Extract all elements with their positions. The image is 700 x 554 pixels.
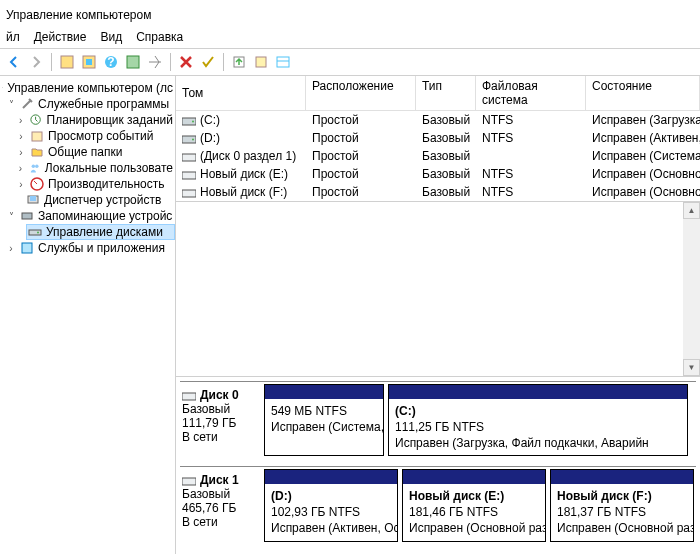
partition-bar	[551, 470, 693, 484]
collapse-icon[interactable]: ˅	[6, 99, 16, 110]
table-row[interactable]: Новый диск (F:)ПростойБазовыйNTFSИсправе…	[176, 183, 700, 201]
volume-layout: Простой	[306, 148, 416, 164]
tree-label: Общие папки	[48, 145, 122, 159]
partition-status: Исправен (Активен, Осн	[271, 520, 391, 536]
toolbar-btn-up[interactable]	[229, 52, 249, 72]
perf-icon	[30, 177, 44, 191]
table-row[interactable]: (Диск 0 раздел 1)ПростойБазовыйИсправен …	[176, 147, 700, 165]
scroll-down-icon[interactable]: ▼	[683, 359, 700, 376]
expand-icon[interactable]: ›	[16, 147, 26, 158]
partition-size: 181,46 ГБ NTFS	[409, 504, 539, 520]
tree-performance[interactable]: ›Производительность	[0, 176, 175, 192]
partition-size: 549 МБ NTFS	[271, 403, 377, 419]
svg-rect-27	[182, 154, 196, 161]
back-button[interactable]	[4, 52, 24, 72]
partition[interactable]: Новый диск (E:)181,46 ГБ NTFSИсправен (О…	[402, 469, 546, 542]
nav-tree: Управление компьютером (лс ˅Служебные пр…	[0, 76, 176, 554]
scrollbar[interactable]: ▲ ▼	[683, 202, 700, 376]
menu-file[interactable]: йл	[6, 30, 20, 44]
tree-system-tools[interactable]: ˅Служебные программы	[0, 96, 175, 112]
disk-name: Диск 0	[200, 388, 239, 402]
tree-local-users[interactable]: ›Локальные пользовате	[0, 160, 175, 176]
partition-status: Исправен (Загрузка, Файл подкачки, Авари…	[395, 435, 681, 451]
disk-mgmt-icon	[28, 225, 42, 239]
col-fs[interactable]: Файловая система	[476, 76, 586, 110]
disk-icon	[182, 390, 196, 400]
disk-label[interactable]: Диск 0Базовый111,79 ГБВ сети	[180, 384, 258, 457]
storage-icon	[20, 209, 34, 223]
scroll-up-icon[interactable]: ▲	[683, 202, 700, 219]
volume-name: (D:)	[200, 131, 220, 145]
table-row[interactable]: (C:)ПростойБазовыйNTFSИсправен (Загрузка…	[176, 111, 700, 129]
partition-status: Исправен (Система, Ак	[271, 419, 377, 435]
check-button[interactable]	[198, 52, 218, 72]
partition-title: Новый диск (F:)	[557, 488, 687, 504]
svg-rect-8	[277, 57, 289, 67]
expand-icon[interactable]: ›	[16, 115, 25, 126]
expand-icon[interactable]: ›	[16, 179, 26, 190]
toolbar-btn-1[interactable]	[57, 52, 77, 72]
col-type[interactable]: Тип	[416, 76, 476, 110]
tree-shared-folders[interactable]: ›Общие папки	[0, 144, 175, 160]
toolbar-btn-list[interactable]	[273, 52, 293, 72]
col-state[interactable]: Состояние	[586, 76, 700, 110]
tree-root[interactable]: Управление компьютером (лс	[0, 80, 175, 96]
tree-event-viewer[interactable]: ›Просмотр событий	[0, 128, 175, 144]
partition[interactable]: Новый диск (F:)181,37 ГБ NTFSИсправен (О…	[550, 469, 694, 542]
delete-button[interactable]	[176, 52, 196, 72]
forward-button[interactable]	[26, 52, 46, 72]
volume-fs: NTFS	[476, 184, 586, 200]
partition[interactable]: (D:)102,93 ГБ NTFSИсправен (Активен, Осн	[264, 469, 398, 542]
clock-icon	[29, 113, 42, 127]
expand-icon[interactable]: ›	[6, 243, 16, 254]
event-icon	[30, 129, 44, 143]
tools-icon	[20, 97, 34, 111]
table-row[interactable]: (D:)ПростойБазовыйNTFSИсправен (Активен,…	[176, 129, 700, 147]
tree-label: Локальные пользовате	[45, 161, 173, 175]
disk-graphical-view: Диск 0Базовый111,79 ГБВ сети549 МБ NTFSИ…	[176, 377, 700, 555]
partition-size: 111,25 ГБ NTFS	[395, 419, 681, 435]
expand-icon[interactable]: ›	[16, 163, 25, 174]
partition[interactable]: (C:)111,25 ГБ NTFSИсправен (Загрузка, Фа…	[388, 384, 688, 457]
partition[interactable]: 549 МБ NTFSИсправен (Система, Ак	[264, 384, 384, 457]
disk-partitions: 549 МБ NTFSИсправен (Система, Ак(C:)111,…	[264, 384, 696, 457]
tree-label: Служебные программы	[38, 97, 169, 111]
tree-services[interactable]: ›Службы и приложения	[0, 240, 175, 256]
disk-label[interactable]: Диск 1Базовый465,76 ГБВ сети	[180, 469, 258, 542]
folder-icon	[30, 145, 44, 159]
partition-title: (D:)	[271, 488, 391, 504]
tree-task-scheduler[interactable]: ›Планировщик заданий	[0, 112, 175, 128]
volume-type: Базовый	[416, 184, 476, 200]
services-icon	[20, 241, 34, 255]
disk-size: 111,79 ГБ	[182, 416, 256, 430]
toolbar-btn-props[interactable]	[251, 52, 271, 72]
disk-type: Базовый	[182, 402, 256, 416]
toolbar-help-icon[interactable]: ?	[101, 52, 121, 72]
col-layout[interactable]: Расположение	[306, 76, 416, 110]
toolbar-btn-2[interactable]	[79, 52, 99, 72]
toolbar-refresh-icon[interactable]	[123, 52, 143, 72]
tree-device-manager[interactable]: Диспетчер устройств	[0, 192, 175, 208]
volume-state: Исправен (Система, Активен, Основ	[586, 148, 700, 164]
collapse-icon[interactable]: ˅	[6, 211, 16, 222]
volume-name: (C:)	[200, 113, 220, 127]
main-split: Управление компьютером (лс ˅Служебные пр…	[0, 76, 700, 554]
menu-help[interactable]: Справка	[136, 30, 183, 44]
table-row[interactable]: Новый диск (E:)ПростойБазовыйNTFSИсправе…	[176, 165, 700, 183]
svg-rect-18	[30, 196, 36, 201]
col-volume[interactable]: Том	[176, 76, 306, 110]
tree-storage[interactable]: ˅Запоминающие устройс	[0, 208, 175, 224]
toolbar-btn-5[interactable]	[145, 52, 165, 72]
svg-rect-30	[182, 393, 196, 400]
tree-disk-management[interactable]: Управление дисками	[26, 224, 175, 240]
svg-rect-20	[29, 230, 41, 235]
volume-list: Том Расположение Тип Файловая система Со…	[176, 76, 700, 202]
partition-status: Исправен (Основной раз,	[557, 520, 687, 536]
partition-bar	[403, 470, 545, 484]
volume-fs	[476, 148, 586, 164]
expand-icon[interactable]: ›	[16, 131, 26, 142]
list-empty-area: ▲ ▼	[176, 202, 700, 377]
tree-label: Диспетчер устройств	[44, 193, 161, 207]
menu-action[interactable]: Действие	[34, 30, 87, 44]
menu-view[interactable]: Вид	[100, 30, 122, 44]
